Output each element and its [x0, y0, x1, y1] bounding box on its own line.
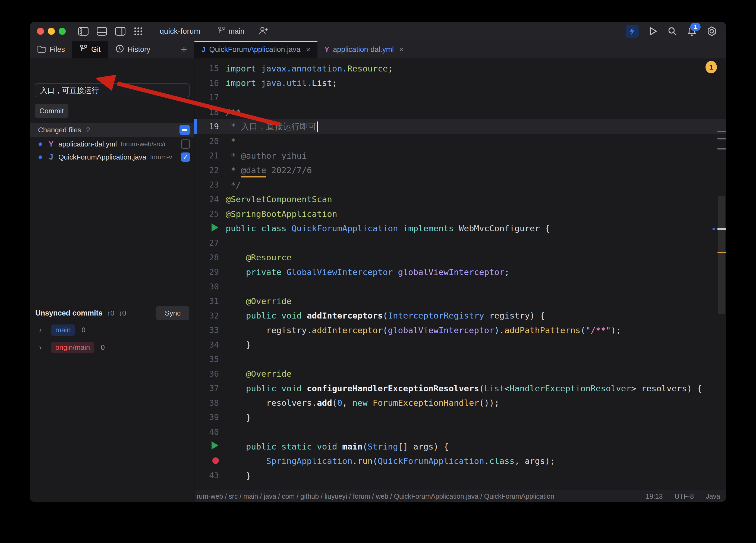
commit-message-input[interactable] — [35, 83, 190, 97]
toolbar-right-actions: 1 — [626, 25, 717, 38]
run-gutter-icon[interactable] — [212, 223, 218, 231]
chevron-right-icon[interactable]: › — [39, 326, 46, 334]
settings-icon — [707, 26, 717, 36]
file-type-icon: J — [201, 45, 205, 54]
code-area: 15import javax.annotation.Resource;16imp… — [194, 61, 726, 483]
panel-left-icon — [78, 27, 89, 36]
code-text: } — [226, 471, 251, 481]
branch-widget[interactable]: main — [218, 26, 245, 37]
sidebar-tab-label: Git — [91, 45, 101, 54]
project-name[interactable]: quick-forum — [160, 27, 200, 36]
code-line-42[interactable]: SpringApplication.run(QuickForumApplicat… — [194, 454, 726, 469]
chevron-right-icon[interactable]: › — [39, 343, 46, 352]
collaborate-button[interactable] — [259, 26, 268, 36]
code-line-29[interactable]: 29 private GlobalViewInterceptor globalV… — [194, 265, 726, 280]
breakpoint-icon[interactable] — [212, 457, 219, 464]
run-icon — [648, 26, 658, 36]
code-line-27[interactable]: 27 — [194, 235, 726, 250]
zoom-window-button[interactable] — [59, 28, 66, 35]
code-line-25[interactable]: 25@SpringBootApplication — [194, 206, 726, 221]
line-number: 38 — [194, 398, 219, 408]
caret-position[interactable]: 19:13 — [646, 492, 663, 500]
line-number: 36 — [194, 369, 219, 379]
code-line-41[interactable]: public static void main(String[] args) { — [194, 439, 726, 454]
line-number: 18 — [194, 107, 219, 117]
search-button[interactable] — [667, 26, 677, 36]
file-encoding[interactable]: UTF-8 — [675, 492, 694, 500]
code-text: SpringApplication.run(QuickForumApplicat… — [226, 456, 555, 466]
code-line-18[interactable]: 18/** — [194, 105, 726, 120]
code-line-31[interactable]: 31 @Override — [194, 294, 726, 309]
branch-badge: main — [51, 325, 75, 336]
line-number: 17 — [194, 93, 219, 102]
panel-left-button[interactable] — [78, 27, 89, 36]
line-number: 32 — [194, 311, 219, 321]
changed-files-list: Yapplication-dal.ymlforum-web/src/rJQuic… — [30, 137, 194, 164]
sidebar-tab-files[interactable]: Files — [30, 41, 72, 58]
panel-bottom-button[interactable] — [97, 27, 107, 36]
code-line-37[interactable]: 37 public void configureHandlerException… — [194, 381, 726, 396]
unsynced-branch-row[interactable]: ›main0 — [30, 322, 194, 338]
grid-button[interactable] — [134, 27, 143, 36]
code-text: private GlobalViewInterceptor globalView… — [226, 267, 509, 277]
code-line-32[interactable]: 32 public void addInterceptors(Intercept… — [194, 309, 726, 323]
changed-file-row[interactable]: Yapplication-dal.ymlforum-web/src/r — [30, 137, 194, 150]
code-line-23[interactable]: 23 */ — [194, 177, 726, 192]
editor-tab-QuickForumApplication.java[interactable]: JQuickForumApplication.java× — [194, 41, 317, 58]
notifications-button[interactable]: 1 — [687, 26, 697, 36]
close-window-button[interactable] — [37, 28, 44, 35]
minimize-window-button[interactable] — [48, 28, 55, 35]
settings-button[interactable] — [707, 26, 717, 36]
stage-file-checkbox[interactable] — [181, 139, 190, 149]
code-line-35[interactable]: 35 — [194, 352, 726, 367]
code-line-26[interactable]: public class QuickForumApplication imple… — [194, 221, 726, 236]
scroll-cursor-mark — [713, 228, 715, 230]
branch-rows: ›main0›origin/main0 — [30, 322, 194, 355]
run-gutter-icon[interactable] — [212, 441, 218, 450]
smart-mode-button[interactable] — [626, 25, 639, 38]
unsynced-branch-row[interactable]: ›origin/main0 — [30, 340, 194, 355]
code-line-33[interactable]: 33 registry.addInterceptor(globalViewInt… — [194, 323, 726, 338]
code-line-40[interactable]: 40 — [194, 425, 726, 440]
panel-right-button[interactable] — [115, 27, 125, 36]
code-line-20[interactable]: 20 * — [194, 134, 726, 149]
code-line-22[interactable]: 22 * @date 2022/7/6 — [194, 163, 726, 178]
inspection-badge[interactable]: 1 — [705, 61, 717, 73]
sync-button[interactable]: Sync — [156, 306, 189, 320]
close-tab-icon[interactable]: × — [306, 45, 310, 54]
breadcrumb[interactable]: rum-web / src / main / java / com / gith… — [197, 492, 646, 500]
file-language[interactable]: Java — [706, 492, 720, 500]
code-line-17[interactable]: 17 — [194, 90, 726, 105]
line-number: 28 — [194, 253, 219, 262]
sidebar-tab-git[interactable]: Git — [72, 41, 108, 58]
code-line-34[interactable]: 34 } — [194, 338, 726, 352]
code-line-30[interactable]: 30 — [194, 280, 726, 294]
changed-file-row[interactable]: JQuickForumApplication.javaforum-v✓ — [30, 150, 194, 164]
select-all-checkbox[interactable] — [179, 125, 190, 135]
code-line-28[interactable]: 28 @Resource — [194, 250, 726, 265]
file-name: QuickForumApplication.java — [58, 153, 146, 161]
code-line-36[interactable]: 36 @Override — [194, 367, 726, 381]
close-tab-icon[interactable]: × — [399, 45, 404, 54]
run-button[interactable] — [648, 26, 658, 36]
code-line-43[interactable]: 43 } — [194, 468, 726, 483]
unsynced-header: Unsynced commits ↑0 ↓0 Sync — [30, 306, 194, 320]
editor-scrollbar[interactable] — [718, 196, 725, 314]
git-branch-icon — [80, 44, 88, 55]
code-line-38[interactable]: 38 resolvers.add(0, new ForumExceptionHa… — [194, 396, 726, 410]
code-line-16[interactable]: 16import java.util.List; — [194, 76, 726, 90]
stage-file-checkbox[interactable]: ✓ — [181, 152, 190, 162]
code-line-21[interactable]: 21 * @author yihui — [194, 148, 726, 163]
code-line-24[interactable]: 24@ServletComponentScan — [194, 192, 726, 207]
editor-tab-application-dal.yml[interactable]: Yapplication-dal.yml× — [317, 41, 411, 58]
git-branch-icon — [218, 26, 226, 37]
sidebar-tab-history[interactable]: History — [108, 41, 158, 58]
line-number: 25 — [194, 209, 219, 218]
code-line-39[interactable]: 39 } — [194, 410, 726, 425]
add-tool-tab-button[interactable]: + — [181, 41, 194, 58]
code-line-15[interactable]: 15import javax.annotation.Resource; — [194, 61, 726, 76]
code-line-19[interactable]: 19 * 入口，直接运行即可 — [194, 119, 726, 134]
commit-button[interactable]: Commit — [35, 104, 68, 118]
line-number: 34 — [194, 340, 219, 350]
push-count: ↑0 — [107, 309, 114, 318]
